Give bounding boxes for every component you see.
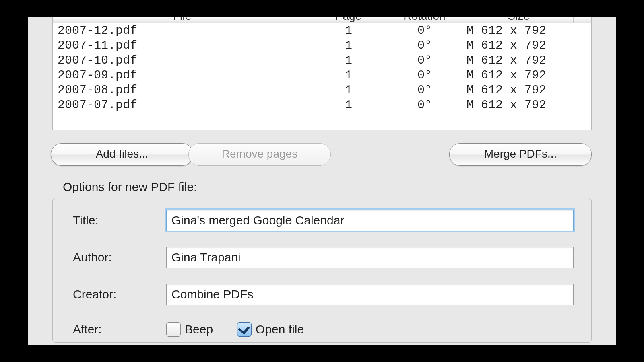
title-label: Title: [73, 214, 166, 227]
cell-size: M 612 x 792 [464, 53, 574, 67]
cell-page: 1 [312, 83, 385, 97]
merge-pdfs-button[interactable]: Merge PDFs... [449, 143, 592, 166]
pdf-merge-dialog: File Page Rotation Size 2007-12.pdf10°M … [28, 17, 616, 345]
cell-file: 2007-07.pdf [53, 98, 312, 112]
table-row[interactable]: 2007-07.pdf10°M 612 x 792 [53, 97, 591, 112]
creator-input[interactable] [166, 284, 574, 305]
author-input[interactable] [166, 247, 574, 268]
table-row[interactable]: 2007-08.pdf10°M 612 x 792 [53, 82, 591, 97]
file-list-header: File Page Rotation Size [53, 17, 591, 23]
column-header-spacer [574, 22, 591, 23]
file-list-table[interactable]: File Page Rotation Size 2007-12.pdf10°M … [52, 17, 592, 130]
column-header-rotation[interactable]: Rotation [385, 17, 464, 23]
author-row: Author: [73, 247, 574, 268]
cell-size: M 612 x 792 [464, 24, 574, 37]
cell-rotation: 0° [385, 98, 464, 112]
title-row: Title: [73, 210, 574, 231]
add-files-button[interactable]: Add files... [51, 143, 193, 166]
creator-row: Creator: [73, 284, 574, 305]
open-file-checkbox-group[interactable]: Open file [237, 322, 304, 337]
cell-page: 1 [312, 53, 385, 67]
cell-rotation: 0° [385, 68, 464, 82]
cell-file: 2007-10.pdf [53, 53, 312, 67]
cell-size: M 612 x 792 [464, 83, 574, 97]
cell-page: 1 [312, 68, 385, 82]
open-file-checkbox-label: Open file [256, 323, 304, 336]
after-label: After: [73, 323, 166, 336]
cell-file: 2007-09.pdf [53, 68, 312, 82]
table-row[interactable]: 2007-10.pdf10°M 612 x 792 [53, 53, 591, 68]
creator-label: Creator: [73, 288, 166, 301]
action-bar: Add files... Remove pages Merge PDFs... [51, 143, 592, 166]
beep-checkbox-group[interactable]: Beep [166, 322, 213, 337]
open-file-checkbox[interactable] [237, 322, 252, 337]
column-header-page[interactable]: Page [312, 17, 385, 23]
cell-page: 1 [312, 98, 385, 112]
cell-size: M 612 x 792 [464, 39, 574, 52]
cell-size: M 612 x 792 [464, 98, 574, 112]
cell-size: M 612 x 792 [464, 68, 574, 82]
cell-file: 2007-11.pdf [53, 39, 312, 52]
cell-rotation: 0° [385, 53, 464, 67]
author-label: Author: [73, 251, 166, 264]
cell-page: 1 [312, 39, 385, 52]
beep-checkbox[interactable] [166, 322, 181, 337]
column-header-file[interactable]: File [53, 17, 312, 23]
remove-pages-button: Remove pages [188, 143, 331, 166]
table-row[interactable]: 2007-09.pdf10°M 612 x 792 [53, 68, 591, 82]
cell-page: 1 [312, 24, 385, 37]
options-panel: Title: Author: Creator: After: Beep Open… [52, 198, 592, 343]
cell-file: 2007-08.pdf [53, 83, 312, 97]
cell-file: 2007-12.pdf [53, 24, 312, 37]
table-row[interactable]: 2007-11.pdf10°M 612 x 792 [53, 38, 591, 53]
cell-rotation: 0° [385, 24, 464, 37]
column-header-size[interactable]: Size [464, 17, 574, 23]
title-input[interactable] [166, 210, 574, 231]
after-row: After: Beep Open file [73, 322, 574, 337]
table-row[interactable]: 2007-12.pdf10°M 612 x 792 [53, 23, 591, 38]
cell-rotation: 0° [385, 39, 464, 52]
cell-rotation: 0° [385, 83, 464, 97]
options-heading: Options for new PDF file: [63, 180, 197, 194]
beep-checkbox-label: Beep [185, 323, 213, 336]
